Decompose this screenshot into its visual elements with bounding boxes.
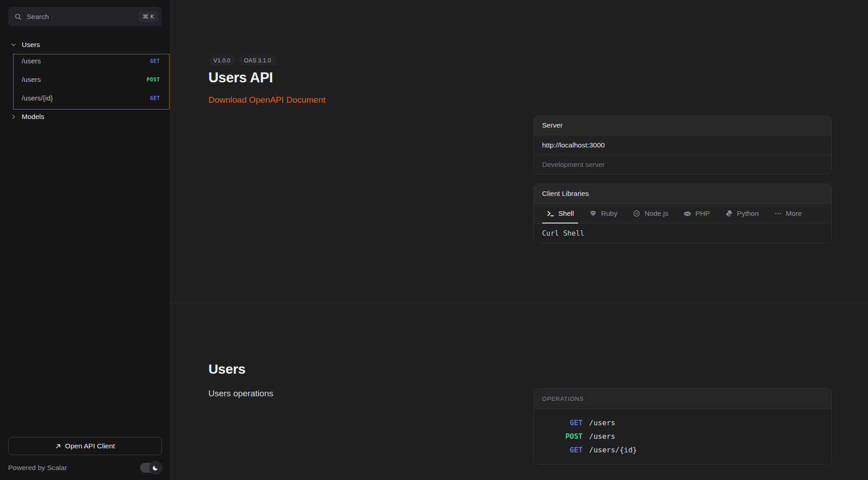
php-icon: php — [684, 210, 691, 218]
tab-label: More — [786, 209, 802, 218]
tab-label: Python — [737, 209, 759, 218]
tab-label: Shell — [558, 209, 574, 218]
client-libraries-card: Client Libraries Shell Ruby — [533, 184, 832, 243]
users-section-description: Users operations — [208, 389, 515, 399]
tab-php[interactable]: php PHP — [683, 204, 711, 223]
main-content: V1.0.0 OAS 3.1.0 Users API Download Open… — [170, 0, 868, 480]
server-description: Development server — [534, 155, 831, 174]
operation-get-users[interactable]: GET /users — [534, 416, 831, 429]
endpoint-path: /users — [22, 76, 146, 84]
operations-card: OPERATIONS GET /users POST /users GET /u… — [533, 388, 832, 465]
operation-path: /users/{id} — [589, 446, 637, 454]
search-input[interactable]: Search ⌘ K — [8, 7, 162, 26]
ellipsis-icon — [774, 210, 782, 218]
svg-text:php: php — [685, 212, 690, 215]
dark-mode-toggle[interactable] — [140, 463, 161, 473]
chevron-down-icon — [11, 42, 16, 48]
code-sample[interactable]: Curl Shell — [534, 224, 831, 243]
operations-list: GET /users POST /users GET /users/{id} — [534, 409, 831, 464]
sidebar-item-get-users-id[interactable]: /users/{id} GET — [0, 89, 170, 107]
tab-label: PHP — [695, 209, 710, 218]
version-badge: V1.0.0 — [208, 56, 236, 65]
download-openapi-link[interactable]: Download OpenAPI Document — [208, 95, 326, 105]
operation-get-users-id[interactable]: GET /users/{id} — [534, 443, 831, 456]
operations-card-header: OPERATIONS — [534, 389, 831, 409]
sidebar-group-label: Users — [22, 41, 40, 49]
server-card-header: Server — [534, 116, 831, 135]
method-badge: GET — [150, 58, 160, 64]
endpoint-path: /users — [22, 57, 150, 65]
tab-more[interactable]: More — [773, 204, 802, 223]
method-badge: POST — [146, 76, 160, 83]
python-icon — [725, 210, 733, 218]
operation-path: /users — [589, 432, 615, 441]
intro-section: V1.0.0 OAS 3.1.0 Users API Download Open… — [170, 0, 868, 304]
open-api-client-label: Open API Client — [65, 442, 115, 450]
page-title: Users API — [208, 70, 515, 86]
tab-python[interactable]: Python — [724, 204, 760, 223]
sidebar-group-users[interactable]: Users — [0, 38, 170, 52]
operation-path: /users — [589, 418, 615, 427]
endpoint-list: /users GET /users POST /users/{id} GET — [0, 52, 170, 107]
terminal-icon — [547, 210, 554, 218]
client-libraries-title: Client Libraries — [542, 190, 589, 198]
tab-label: Ruby — [601, 209, 617, 218]
method-badge: GET — [534, 446, 583, 454]
users-section: Users Users operations OPERATIONS GET /u… — [170, 304, 868, 480]
keyboard-shortcut-badge: ⌘ K — [138, 11, 158, 22]
tab-label: Node.js — [645, 209, 669, 218]
powered-by-scalar-link[interactable]: Powered by Scalar — [8, 464, 67, 472]
search-placeholder: Search — [27, 13, 133, 21]
svg-text:JS: JS — [635, 212, 638, 215]
tab-ruby[interactable]: Ruby — [588, 204, 618, 223]
client-library-tabs: Shell Ruby JS Node.js — [534, 204, 831, 224]
operation-post-users[interactable]: POST /users — [534, 429, 831, 443]
method-badge: GET — [534, 418, 583, 427]
sidebar-footer: Open API Client Powered by Scalar — [0, 437, 170, 480]
sidebar-item-post-users[interactable]: /users POST — [0, 70, 170, 89]
method-badge: POST — [534, 432, 583, 441]
client-libraries-header: Client Libraries — [534, 184, 831, 204]
search-icon — [14, 13, 22, 20]
sidebar: Search ⌘ K Users /users GET /users POST … — [0, 0, 170, 480]
endpoint-path: /users/{id} — [22, 94, 150, 102]
moon-icon — [152, 465, 159, 471]
open-api-client-button[interactable]: Open API Client — [8, 437, 162, 455]
toggle-knob — [149, 461, 162, 475]
server-card: Server http://localhost:3000 Development… — [533, 115, 832, 175]
arrow-up-right-icon — [55, 443, 61, 449]
sidebar-group-label: Models — [22, 113, 44, 121]
tab-shell[interactable]: Shell — [546, 204, 575, 223]
tab-nodejs[interactable]: JS Node.js — [632, 204, 670, 223]
oas-badge: OAS 3.1.0 — [239, 56, 276, 65]
server-url[interactable]: http://localhost:3000 — [534, 135, 831, 155]
sidebar-group-models[interactable]: Models — [0, 110, 170, 124]
ruby-icon — [589, 210, 597, 218]
sidebar-nav: Users /users GET /users POST /users/{id}… — [0, 26, 170, 124]
badges-row: V1.0.0 OAS 3.1.0 — [208, 56, 515, 65]
users-section-title: Users — [208, 361, 515, 377]
operations-card-title: OPERATIONS — [542, 395, 584, 402]
nodejs-icon: JS — [633, 210, 641, 218]
method-badge: GET — [150, 95, 160, 101]
server-card-title: Server — [542, 121, 563, 129]
sidebar-item-get-users[interactable]: /users GET — [0, 52, 170, 70]
chevron-right-icon — [11, 114, 16, 119]
